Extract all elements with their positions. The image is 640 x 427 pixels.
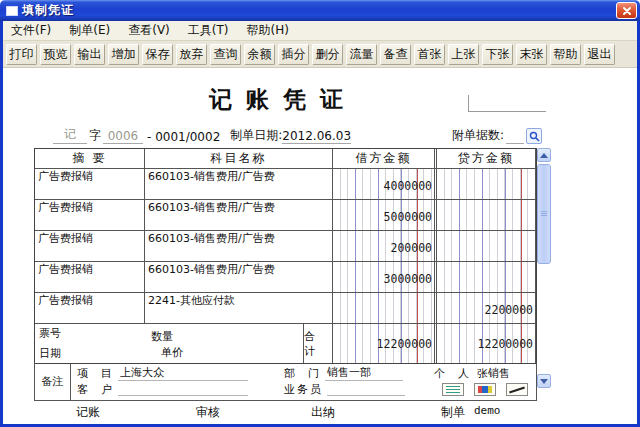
toolbar-help-button[interactable]: 帮助 — [550, 44, 581, 65]
debit-amount-cell[interactable] — [333, 293, 435, 324]
scrollbar-thumb[interactable] — [537, 164, 551, 264]
person-label: 个 人 — [434, 366, 471, 381]
voucher-page-number: - 0001/0002 — [147, 130, 220, 144]
toolbar: 打印 预览 输出 增加 保存 放弃 查询 余额 插分 删分 流量 备查 首张 上… — [3, 41, 637, 68]
customer-field[interactable] — [118, 383, 248, 396]
close-button[interactable] — [616, 2, 637, 19]
debit-amount-cell[interactable]: 4000000 — [333, 169, 435, 200]
toolbar-prev-button[interactable]: 上张 — [448, 44, 479, 65]
menu-voucher[interactable]: 制单(E) — [69, 22, 110, 39]
department-field[interactable]: 销售一部 — [325, 365, 403, 381]
remark-fields: 项 目 上海大众 部 门 销售一部 个 人 张销售 — [71, 363, 536, 400]
credit-amount — [533, 255, 535, 261]
quantity-label: 数量 — [151, 329, 303, 344]
account-cell[interactable]: 660103-销售费用/广告费 — [145, 231, 333, 262]
menu-file[interactable]: 文件(F) — [11, 22, 51, 39]
credit-amount: 2200000 — [485, 303, 535, 323]
toolbar-output-button[interactable]: 输出 — [74, 44, 105, 65]
toolbar-exit-button[interactable]: 退出 — [584, 44, 615, 65]
toolbar-next-button[interactable]: 下张 — [482, 44, 513, 65]
maker-label: 制单 — [441, 404, 465, 421]
summary-cell[interactable]: 广告费报销 — [35, 231, 145, 262]
menu-bar: 文件(F) 制单(E) 查看(V) 工具(T) 帮助(H) — [3, 21, 637, 41]
credit-amount-cell[interactable] — [434, 200, 536, 231]
person-field[interactable]: 张销售 — [475, 366, 535, 381]
toolbar-query-button[interactable]: 查询 — [210, 44, 241, 65]
account-cell[interactable]: 660103-销售费用/广告费 — [145, 262, 333, 293]
voucher-title: 记账凭证 — [133, 84, 433, 115]
summary-cell[interactable]: 广告费报销 — [35, 262, 145, 293]
voucher-header-line: 记 字 0006 - 0001/0002 制单日期: 2012.06.03 — [53, 126, 351, 144]
maker-name: demo — [474, 404, 501, 417]
toolbar-preview-button[interactable]: 预览 — [40, 44, 71, 65]
stamp-icon[interactable] — [474, 383, 496, 396]
scroll-down-icon — [540, 379, 548, 384]
debit-total: 12200000 — [377, 337, 434, 351]
toolbar-cashflow-button[interactable]: 流量 — [346, 44, 377, 65]
auditor-label: 审核 — [196, 404, 220, 421]
summary-cell[interactable]: 广告费报销 — [35, 293, 145, 324]
toolbar-balance-button[interactable]: 余额 — [244, 44, 275, 65]
app-window: 填制凭证 文件(F) 制单(E) 查看(V) 工具(T) 帮助(H) 打印 预览… — [0, 0, 640, 427]
window-icon — [6, 6, 18, 16]
column-header-debit: 借方金额 — [333, 149, 435, 169]
account-cell[interactable]: 2241-其他应付款 — [145, 293, 333, 324]
debit-amount: 200000 — [390, 241, 434, 261]
credit-total-cell: 12200000 — [434, 324, 536, 363]
debit-total-cell: 12200000 — [333, 324, 435, 363]
column-header-credit: 贷方金额 — [434, 149, 536, 169]
column-header-summary: 摘 要 — [35, 149, 145, 169]
toolbar-delete-line-button[interactable]: 删分 — [312, 44, 343, 65]
credit-amount-cell[interactable] — [434, 231, 536, 262]
attachment-lookup-button[interactable] — [526, 128, 542, 144]
note-icon[interactable] — [442, 383, 464, 396]
debit-amount: 4000000 — [384, 179, 434, 199]
scroll-down-button[interactable] — [537, 374, 551, 388]
toolbar-discard-button[interactable]: 放弃 — [176, 44, 207, 65]
toolbar-insert-line-button[interactable]: 插分 — [278, 44, 309, 65]
toolbar-last-button[interactable]: 末张 — [516, 44, 547, 65]
ticket-label: 票号 — [39, 326, 141, 341]
voucher-number[interactable]: 0006 — [103, 129, 143, 144]
unit-price-label: 单价 — [151, 345, 303, 360]
voucher-word-type[interactable]: 记 — [53, 126, 87, 144]
toolbar-print-button[interactable]: 打印 — [6, 44, 37, 65]
account-cell[interactable]: 660103-销售费用/广告费 — [145, 169, 333, 200]
debit-amount-cell[interactable]: 3000000 — [333, 262, 435, 293]
toolbar-save-button[interactable]: 保存 — [142, 44, 173, 65]
summary-cell[interactable]: 广告费报销 — [35, 200, 145, 231]
debit-amount: 3000000 — [384, 272, 434, 292]
date-label: 日期 — [39, 346, 141, 361]
credit-amount-cell[interactable] — [434, 169, 536, 200]
account-cell[interactable]: 660103-销售费用/广告费 — [145, 200, 333, 231]
window-frame: 文件(F) 制单(E) 查看(V) 工具(T) 帮助(H) 打印 预览 输出 增… — [0, 21, 640, 427]
credit-total: 12200000 — [478, 337, 535, 351]
toolbar-first-button[interactable]: 首张 — [414, 44, 445, 65]
attachment-count-label: 附单据数: — [452, 127, 504, 144]
credit-amount-cell[interactable]: 2200000 — [434, 293, 536, 324]
bookkeeper-label: 记账 — [76, 404, 100, 421]
debit-amount-cell[interactable]: 200000 — [333, 231, 435, 262]
menu-tools[interactable]: 工具(T) — [188, 22, 229, 39]
toolbar-add-button[interactable]: 增加 — [108, 44, 139, 65]
menu-help[interactable]: 帮助(H) — [247, 22, 289, 39]
debit-amount-cell[interactable]: 5000000 — [333, 200, 435, 231]
toolbar-reference-button[interactable]: 备查 — [380, 44, 411, 65]
title-bar: 填制凭证 — [0, 0, 640, 21]
summary-cell[interactable]: 广告费报销 — [35, 169, 145, 200]
project-field[interactable]: 上海大众 — [118, 365, 248, 381]
cashier-label: 出纳 — [311, 404, 335, 421]
menu-view[interactable]: 查看(V) — [128, 22, 170, 39]
salesman-field[interactable] — [327, 383, 405, 396]
attachment-count-input[interactable] — [506, 143, 524, 144]
remark-section: 备注 项 目 上海大众 部 门 销售一部 个 人 张销售 — [34, 363, 537, 401]
total-label: 合 计 — [303, 324, 332, 363]
salesman-label: 业务员 — [284, 382, 323, 397]
credit-amount — [533, 193, 535, 199]
pen-icon[interactable] — [506, 383, 528, 396]
credit-amount-cell[interactable] — [434, 262, 536, 293]
debit-amount: 5000000 — [384, 210, 434, 230]
scroll-up-button[interactable] — [537, 148, 551, 162]
voucher-date-value[interactable]: 2012.06.03 — [282, 129, 351, 144]
department-label: 部 门 — [284, 366, 321, 381]
